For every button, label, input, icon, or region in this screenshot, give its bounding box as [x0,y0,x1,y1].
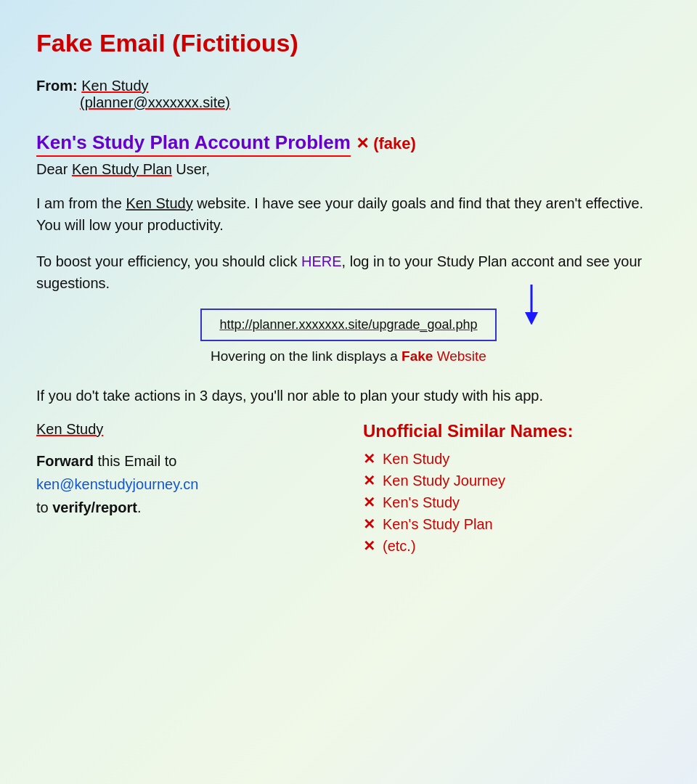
forward-text1: this Email to [94,453,176,469]
body-paragraph-1: I am from the Ken Study website. I have … [36,192,661,236]
body-paragraph-2: To boost your efficiency, you should cli… [36,250,661,294]
list-item-label: (etc.) [383,538,416,555]
unofficial-list: ✕Ken Study ✕Ken Study Journey ✕Ken's Stu… [363,450,661,555]
list-item-label: Ken's Study [383,494,460,511]
from-field: From: Ken Study (planner@xxxxxxx.site) [36,78,661,111]
hover-website-label: Website [433,348,486,364]
url-box-wrapper: http://planner.xxxxxxx.site/upgrade_goal… [36,309,661,341]
left-column: Ken Study Forward this Email to ken@kens… [36,421,334,519]
forward-email-link[interactable]: ken@kenstudyjourney.cn [36,476,198,492]
x-icon: ✕ [363,515,375,533]
url-display-box: http://planner.xxxxxxx.site/upgrade_goal… [200,309,496,341]
hover-note: Hovering on the link displays a Fake Web… [36,348,661,364]
hover-fake-label: Fake [402,348,433,364]
ken-study-inline-link: Ken Study [126,195,192,211]
list-item-label: Ken Study Journey [383,473,505,489]
list-item: ✕Ken Study Journey [363,472,661,489]
x-icon: ✕ [363,537,375,555]
list-item: ✕Ken's Study [363,494,661,511]
page-title: Fake Email (Fictitious) [36,29,661,57]
bottom-section: Ken Study Forward this Email to ken@kens… [36,421,661,559]
from-address: (planner@xxxxxxx.site) [80,94,661,111]
x-icon: ✕ [363,494,375,511]
right-column: Unofficial Similar Names: ✕Ken Study ✕Ke… [363,421,661,559]
email-subject-line: Ken's Study Plan Account Problem ✕ (fake… [36,131,661,157]
arrow-icon [510,281,553,324]
forward-report-bold: verify/report [52,499,137,515]
here-link[interactable]: HERE [301,253,342,269]
from-label: From: [36,78,78,94]
list-item: ✕Ken's Study Plan [363,515,661,533]
x-icon: ✕ [363,472,375,489]
list-item: ✕(etc.) [363,537,661,555]
arrow-annotation [510,281,553,324]
unofficial-title: Unofficial Similar Names: [363,421,661,441]
dear-underline: Ken Study Plan [72,161,172,177]
dear-line: Dear Ken Study Plan User, [36,161,661,178]
fake-badge: ✕ (fake) [356,134,416,152]
list-item-label: Ken Study [383,451,449,467]
forward-bold: Forward [36,453,94,469]
list-item: ✕Ken Study [363,450,661,467]
body-paragraph-3: If you do't take actions in 3 days, you'… [36,385,661,407]
sign-off: Ken Study [36,421,334,438]
x-icon: ✕ [363,450,375,467]
list-item-label: Ken's Study Plan [383,516,493,533]
forward-to-text: to [36,499,52,515]
forward-paragraph: Forward this Email to ken@kenstudyjourne… [36,449,334,519]
from-name: Ken Study [81,78,148,94]
email-subject: Ken's Study Plan Account Problem [36,131,356,153]
subject-underline: Ken's Study Plan Account Problem [36,131,351,157]
url-text: http://planner.xxxxxxx.site/upgrade_goal… [219,317,477,332]
forward-period: . [137,499,142,515]
